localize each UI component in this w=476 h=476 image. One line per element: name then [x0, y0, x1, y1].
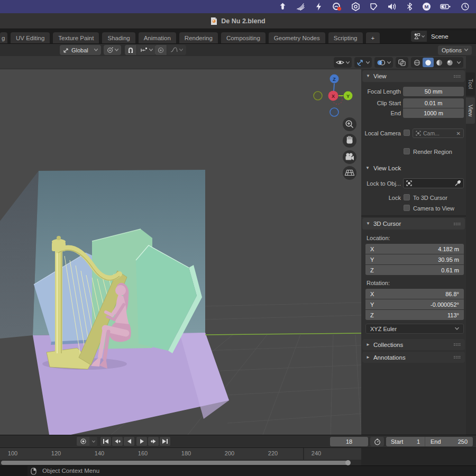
- upload-shield-icon[interactable]: [278, 2, 287, 11]
- play-reverse-button[interactable]: [124, 437, 134, 446]
- play-reverse-icon: [126, 438, 132, 444]
- signal-swoosh-icon[interactable]: [296, 2, 305, 11]
- shading-material-button[interactable]: [434, 58, 444, 67]
- snap-toggle-button[interactable]: [125, 45, 136, 55]
- cursor-location-y[interactable]: Y30.95 m: [365, 254, 464, 264]
- battery-icon[interactable]: [440, 2, 452, 11]
- panel-grip-icon[interactable]: [453, 75, 461, 78]
- view-panel-header[interactable]: ▼ View: [362, 70, 465, 82]
- proportional-edit-button[interactable]: [155, 45, 167, 55]
- hex-nut-icon[interactable]: [351, 2, 360, 11]
- scene-icon-button[interactable]: [411, 31, 427, 42]
- annotations-panel-header[interactable]: ► Annotations: [362, 352, 465, 363]
- gizmo-axis-neg-z[interactable]: [330, 108, 338, 116]
- shading-rendered-button[interactable]: [445, 58, 455, 67]
- xray-toggle[interactable]: [396, 57, 408, 68]
- local-camera-field[interactable]: Cam... ✕: [413, 129, 464, 138]
- scene-name-field[interactable]: Scene: [427, 31, 475, 42]
- tab-partial[interactable]: g: [0, 32, 7, 43]
- volume-icon[interactable]: [387, 2, 397, 11]
- local-camera-checkbox[interactable]: [404, 130, 410, 136]
- end-frame-field[interactable]: End250: [425, 437, 473, 446]
- to-3d-cursor-checkbox[interactable]: [404, 194, 410, 200]
- cursor-rotation-z[interactable]: Z113°: [365, 310, 464, 320]
- eye-icon: [336, 59, 344, 66]
- transform-orientation-dropdown[interactable]: Global: [60, 45, 101, 55]
- cursor-location-x[interactable]: X4.182 m: [365, 244, 464, 254]
- focal-length-label: Focal Length: [361, 88, 401, 95]
- rotation-order-dropdown[interactable]: XYZ Euler: [365, 324, 464, 334]
- clip-start-field[interactable]: 0.01 m: [403, 98, 464, 108]
- auto-key-button[interactable]: [77, 437, 89, 446]
- panel-grip-icon[interactable]: [453, 222, 461, 226]
- collections-panel-header[interactable]: ► Collections: [362, 339, 465, 350]
- snap-target-dropdown[interactable]: [137, 45, 156, 55]
- clip-end-field[interactable]: 1000 m: [403, 108, 464, 118]
- lightning-icon[interactable]: [314, 2, 323, 11]
- scene-selector[interactable]: Scene: [411, 31, 475, 42]
- render-region-checkbox[interactable]: [404, 148, 410, 154]
- timeline-scrollbar-knob[interactable]: [345, 460, 351, 465]
- tab-geometry-nodes[interactable]: Geometry Nodes: [269, 32, 325, 43]
- shading-options-dropdown[interactable]: [455, 58, 462, 67]
- gizmos-dropdown[interactable]: [354, 57, 372, 68]
- cursor-panel-header[interactable]: ▼ 3D Cursor: [362, 218, 465, 230]
- view-lock-header[interactable]: ▼ View Lock: [365, 163, 464, 173]
- tab-uv-editing[interactable]: UV Editing: [11, 32, 50, 43]
- play-button[interactable]: [136, 437, 147, 446]
- shading-wireframe-button[interactable]: [412, 58, 422, 67]
- orientation-axes-icon: [63, 47, 69, 53]
- bluetooth-icon[interactable]: [406, 2, 413, 11]
- panel-grip-icon[interactable]: [453, 343, 461, 346]
- chevron-down-icon: [457, 61, 461, 64]
- panel-grip-icon[interactable]: [453, 355, 461, 359]
- tab-tool[interactable]: Tool: [466, 72, 475, 96]
- prev-keyframe-button[interactable]: [112, 437, 123, 446]
- tab-scripting[interactable]: Scripting: [328, 32, 363, 43]
- tab-rendering[interactable]: Rendering: [179, 32, 218, 43]
- proportional-falloff-dropdown[interactable]: [167, 45, 186, 55]
- gizmo-axis-neg-y[interactable]: [314, 91, 322, 100]
- viewport-header: [0, 56, 466, 69]
- start-frame-field[interactable]: Start1: [386, 437, 425, 446]
- next-keyframe-button[interactable]: [148, 437, 159, 446]
- record-badge-icon[interactable]: [332, 2, 342, 11]
- cursor-rotation-x[interactable]: X86.8°: [365, 289, 464, 299]
- eyedropper-icon[interactable]: [455, 180, 461, 186]
- camera-to-view-checkbox[interactable]: [404, 205, 410, 211]
- tab-animation[interactable]: Animation: [139, 32, 176, 43]
- jump-to-end-button[interactable]: [160, 437, 170, 446]
- stopwatch-icon: [374, 438, 381, 445]
- pivot-point-dropdown[interactable]: [104, 45, 121, 55]
- play-icon: [139, 438, 145, 444]
- add-workspace-button[interactable]: +: [366, 32, 380, 43]
- chevron-down-icon: [346, 61, 350, 64]
- cursor-location-z[interactable]: Z0.61 m: [365, 265, 464, 275]
- lock-to-object-field[interactable]: [403, 178, 464, 188]
- shading-solid-button[interactable]: [423, 58, 434, 67]
- shape-flag-icon[interactable]: [369, 2, 378, 11]
- blend-file-icon: [210, 17, 217, 25]
- clear-camera-icon[interactable]: ✕: [456, 131, 461, 136]
- tab-texture-paint[interactable]: Texture Paint: [53, 32, 99, 43]
- timeline-scrollbar[interactable]: [1, 461, 350, 465]
- tab-compositing[interactable]: Compositing: [221, 32, 266, 43]
- cursor-rotation-y[interactable]: Y-0.000052°: [365, 299, 464, 309]
- current-frame-field[interactable]: 18: [330, 437, 368, 446]
- focal-length-field[interactable]: 50 mm: [403, 87, 464, 96]
- mouse-right-click-icon: [31, 468, 36, 475]
- tab-shading[interactable]: Shading: [102, 32, 135, 43]
- object-visibility-dropdown[interactable]: [334, 57, 352, 68]
- timeline-ruler[interactable]: 100 120 140 160 180 200 220 240: [0, 447, 476, 465]
- auto-key-dropdown[interactable]: [89, 437, 97, 446]
- overlays-dropdown[interactable]: [374, 57, 393, 68]
- preview-range-button[interactable]: [370, 437, 384, 446]
- tab-view[interactable]: View: [466, 97, 475, 124]
- zoom-button[interactable]: [343, 117, 356, 131]
- jump-to-start-button[interactable]: [100, 437, 111, 446]
- time-machine-icon[interactable]: [461, 2, 470, 11]
- options-dropdown[interactable]: Options: [438, 45, 472, 55]
- ruler-tick-label: 140: [89, 450, 110, 456]
- lock-to-object-label: Lock to Obj...: [361, 180, 401, 187]
- m-circle-icon[interactable]: M: [422, 2, 431, 11]
